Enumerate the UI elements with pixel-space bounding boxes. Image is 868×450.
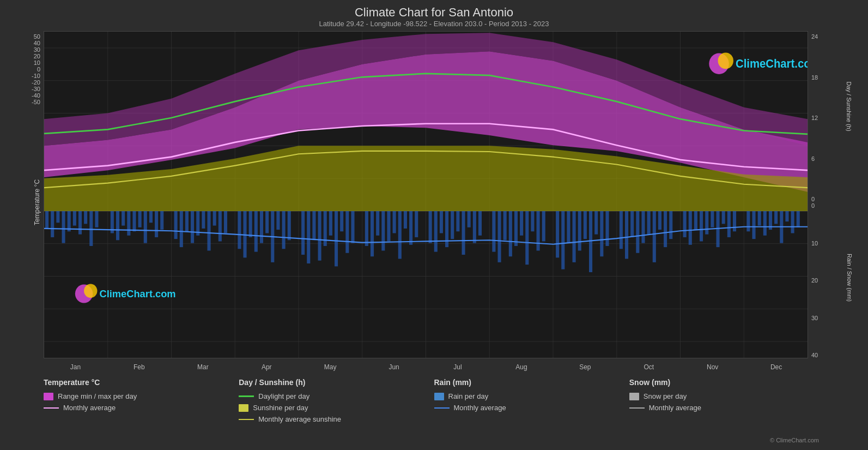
x-month-label: Aug [489, 363, 553, 371]
legend-label-snow-avg: Monthly average [649, 404, 701, 412]
title-section: Climate Chart for San Antonio Latitude 2… [11, 5, 857, 28]
svg-rect-46 [174, 211, 178, 239]
legend-title-snow: Snow (mm) [629, 378, 824, 387]
page-container: Climate Chart for San Antonio Latitude 2… [0, 0, 868, 450]
svg-rect-101 [520, 211, 523, 236]
legend-line-snow-avg [629, 407, 645, 409]
svg-rect-107 [561, 211, 564, 269]
svg-rect-66 [301, 211, 305, 255]
y-axis-left-tick: 40 [34, 40, 40, 46]
svg-rect-103 [531, 211, 534, 231]
svg-rect-129 [700, 211, 703, 242]
svg-rect-69 [318, 211, 321, 261]
y-axis-left-tick: 10 [34, 59, 40, 66]
y-axis-right-bottom-tick: 0 [811, 202, 815, 209]
chart-area: 50403020100-10-20-30-40-50 Temperature °… [11, 31, 857, 374]
legend-item-temp-range: Range min / max per day [44, 392, 239, 400]
svg-rect-32 [78, 211, 82, 235]
svg-point-150 [84, 284, 97, 298]
svg-rect-133 [722, 211, 725, 224]
legend-label-sunshine-avg: Monthly average sunshine [258, 415, 341, 423]
y-axis-left-tick: 0 [37, 66, 40, 73]
svg-text:ClimeChart.com: ClimeChart.com [100, 288, 176, 300]
y-axis-left-tick: -50 [32, 99, 40, 105]
copyright-label: © ClimeChart.com [770, 437, 819, 443]
legend-item-daylight: Daylight per day [239, 392, 434, 400]
svg-rect-86 [429, 211, 432, 243]
svg-rect-141 [774, 211, 778, 224]
svg-rect-58 [249, 211, 252, 237]
svg-rect-127 [689, 211, 692, 245]
x-month-label: Sep [553, 363, 617, 371]
svg-rect-67 [307, 211, 310, 263]
y-axis-left-tick: -30 [32, 86, 40, 92]
legend-item-snow-avg: Monthly average [629, 404, 824, 412]
svg-rect-49 [191, 211, 194, 243]
svg-rect-137 [752, 211, 755, 239]
legend-item-rain-avg: Monthly average [434, 404, 629, 412]
svg-rect-83 [404, 211, 407, 229]
svg-rect-110 [578, 211, 581, 251]
legend-label-rain-per-day: Rain per day [448, 392, 489, 400]
svg-rect-130 [705, 211, 708, 235]
svg-rect-26 [45, 211, 48, 229]
legend-swatch-rain [434, 393, 444, 400]
legend-label-rain-avg: Monthly average [454, 404, 506, 412]
svg-rect-55 [224, 211, 227, 233]
svg-rect-38 [122, 211, 125, 226]
legend-item-snow-per-day: Snow per day [629, 392, 824, 400]
y-axis-left-tick: -10 [32, 73, 40, 79]
svg-rect-143 [785, 211, 788, 221]
y-axis-right-top-tick: 18 [811, 74, 818, 81]
y-axis-right-bottom-tick: 10 [811, 240, 818, 247]
x-month-label: Jan [44, 363, 107, 371]
y-axis-left-tick: 50 [34, 33, 40, 40]
svg-rect-72 [335, 211, 338, 266]
svg-rect-89 [445, 211, 448, 247]
svg-rect-116 [620, 211, 623, 249]
y-axis-right-top-tick: 24 [811, 33, 818, 40]
svg-rect-104 [537, 211, 540, 251]
svg-rect-128 [694, 211, 697, 230]
svg-rect-52 [207, 211, 210, 251]
svg-rect-124 [664, 211, 667, 247]
svg-rect-28 [56, 211, 59, 223]
legend-col-rain: Rain (mm) Rain per day Monthly average [434, 378, 629, 445]
x-month-label: Jul [426, 363, 490, 371]
legend-label-temp-avg: Monthly average [63, 404, 116, 412]
svg-rect-37 [116, 211, 119, 240]
svg-rect-90 [451, 211, 454, 239]
svg-rect-74 [345, 211, 349, 253]
svg-rect-98 [503, 211, 507, 240]
svg-rect-65 [288, 211, 291, 240]
svg-rect-87 [434, 211, 438, 252]
y-axis-right-bottom-tick: 20 [811, 277, 818, 284]
svg-rect-108 [567, 211, 570, 243]
y-axis-left: 50403020100-10-20-30-40-50 [11, 31, 44, 121]
svg-rect-42 [144, 211, 147, 243]
x-month-label: Nov [681, 363, 744, 371]
legend-label-snow-per-day: Snow per day [644, 392, 687, 400]
svg-rect-75 [351, 211, 354, 243]
svg-rect-59 [254, 211, 258, 252]
svg-rect-97 [497, 211, 501, 262]
svg-rect-82 [398, 211, 402, 259]
svg-rect-95 [478, 211, 482, 236]
svg-rect-61 [265, 211, 269, 233]
svg-rect-84 [409, 211, 412, 245]
legend-item-sunshine-avg: Monthly average sunshine [239, 415, 434, 423]
svg-rect-53 [213, 211, 216, 226]
svg-rect-117 [625, 211, 628, 259]
svg-rect-136 [746, 211, 750, 231]
svg-rect-73 [340, 211, 343, 231]
x-month-label: Feb [107, 363, 171, 371]
x-axis: JanFebMarAprMayJunJulAugSepOctNovDec [44, 358, 808, 374]
svg-rect-134 [727, 211, 731, 237]
svg-rect-105 [542, 211, 545, 242]
chart-svg-container: ClimeChart.com ClimeChart.com [44, 31, 808, 358]
svg-rect-111 [584, 211, 587, 239]
y-axis-right-top-tick: 6 [811, 155, 815, 162]
svg-rect-48 [185, 211, 189, 231]
legend-label-temp-range: Range min / max per day [58, 392, 137, 400]
legend-title-temperature: Temperature °C [44, 378, 239, 387]
